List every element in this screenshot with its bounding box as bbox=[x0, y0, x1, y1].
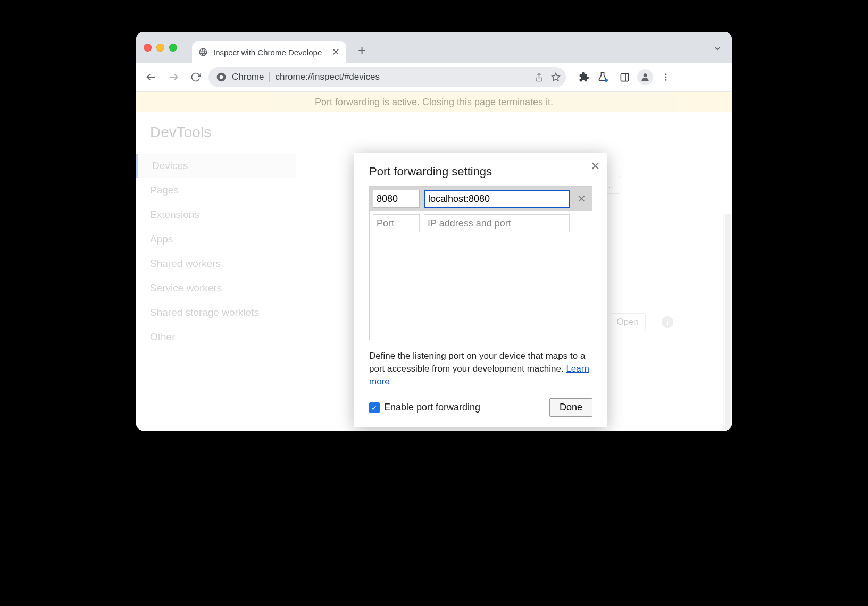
svg-point-3 bbox=[220, 75, 223, 79]
menu-icon[interactable] bbox=[658, 70, 673, 85]
modal-title: Port forwarding settings bbox=[369, 165, 592, 179]
modal-close-icon[interactable]: ✕ bbox=[590, 159, 600, 173]
sidebar-item-other[interactable]: Other bbox=[150, 325, 296, 349]
port-row: ✕ bbox=[370, 187, 592, 211]
port-forwarding-modal: ✕ Port forwarding settings ✕ ✕ Define th… bbox=[354, 153, 607, 427]
info-icon[interactable]: i bbox=[662, 316, 673, 328]
forward-button[interactable] bbox=[164, 68, 183, 87]
url-chip: Chrome bbox=[232, 72, 270, 82]
enable-label: Enable port forwarding bbox=[384, 402, 480, 413]
devtools-sidebar: DevTools Devices Pages Extensions Apps S… bbox=[136, 112, 296, 431]
new-tab-button[interactable]: + bbox=[358, 42, 366, 58]
open-button[interactable]: Open bbox=[610, 313, 646, 331]
extension-icons bbox=[577, 69, 673, 85]
browser-window: Inspect with Chrome Develope ✕ + Chrome … bbox=[136, 32, 732, 431]
modal-footer: ✓ Enable port forwarding Done bbox=[369, 398, 592, 417]
svg-rect-7 bbox=[621, 73, 628, 81]
modal-description: Define the listening port on your device… bbox=[369, 350, 592, 388]
scrollbar-thumb[interactable] bbox=[725, 214, 731, 431]
browser-tab[interactable]: Inspect with Chrome Develope ✕ bbox=[192, 41, 346, 63]
bookmark-icon[interactable] bbox=[550, 71, 562, 83]
reload-button[interactable] bbox=[186, 68, 205, 87]
modal-description-text: Define the listening port on your device… bbox=[369, 351, 585, 374]
maximize-window-icon[interactable] bbox=[169, 44, 177, 52]
scrollbar[interactable] bbox=[723, 214, 732, 431]
address-input-empty[interactable] bbox=[424, 214, 570, 232]
tab-title: Inspect with Chrome Develope bbox=[213, 48, 327, 57]
side-panel-icon[interactable] bbox=[617, 70, 632, 85]
svg-marker-5 bbox=[552, 73, 560, 81]
svg-point-10 bbox=[665, 73, 667, 75]
enable-port-forwarding-checkbox[interactable]: ✓ Enable port forwarding bbox=[369, 402, 480, 413]
close-window-icon[interactable] bbox=[144, 44, 152, 52]
traffic-lights bbox=[144, 44, 177, 52]
share-icon[interactable] bbox=[533, 71, 545, 83]
sidebar-item-shared-workers[interactable]: Shared workers bbox=[150, 251, 296, 276]
address-input[interactable] bbox=[424, 190, 570, 208]
checkbox-icon: ✓ bbox=[369, 402, 380, 413]
sidebar-item-shared-storage-worklets[interactable]: Shared storage worklets bbox=[150, 300, 296, 325]
back-button[interactable] bbox=[141, 68, 161, 87]
address-bar[interactable]: Chrome chrome://inspect/#devices bbox=[208, 67, 566, 87]
svg-point-11 bbox=[665, 77, 667, 78]
sidebar-item-devices[interactable]: Devices bbox=[136, 154, 296, 178]
titlebar: Inspect with Chrome Develope ✕ + bbox=[136, 32, 732, 63]
port-input[interactable] bbox=[373, 190, 420, 208]
sidebar-item-pages[interactable]: Pages bbox=[150, 178, 296, 203]
sidebar-item-service-workers[interactable]: Service workers bbox=[150, 276, 296, 300]
delete-row-icon[interactable]: ✕ bbox=[574, 192, 589, 205]
port-forwarding-table: ✕ ✕ bbox=[369, 186, 592, 340]
toolbar: Chrome chrome://inspect/#devices bbox=[136, 63, 732, 92]
done-button[interactable]: Done bbox=[549, 398, 592, 417]
extensions-icon[interactable] bbox=[577, 70, 591, 85]
svg-point-9 bbox=[644, 73, 647, 77]
tabs-dropdown-icon[interactable] bbox=[713, 44, 722, 53]
profile-avatar[interactable] bbox=[637, 69, 653, 85]
labs-icon[interactable] bbox=[597, 70, 612, 85]
sidebar-item-apps[interactable]: Apps bbox=[150, 227, 296, 251]
info-bar: Port forwarding is active. Closing this … bbox=[136, 92, 732, 112]
tab-close-icon[interactable]: ✕ bbox=[332, 47, 340, 57]
sidebar-item-extensions[interactable]: Extensions bbox=[150, 203, 296, 227]
minimize-window-icon[interactable] bbox=[156, 44, 164, 52]
devtools-title: DevTools bbox=[150, 124, 296, 141]
port-row-empty: ✕ bbox=[370, 211, 592, 235]
svg-point-12 bbox=[665, 79, 667, 81]
port-input-empty[interactable] bbox=[373, 214, 420, 232]
globe-icon bbox=[198, 47, 208, 57]
url-text: chrome://inspect/#devices bbox=[275, 72, 528, 82]
chrome-icon bbox=[216, 72, 227, 82]
